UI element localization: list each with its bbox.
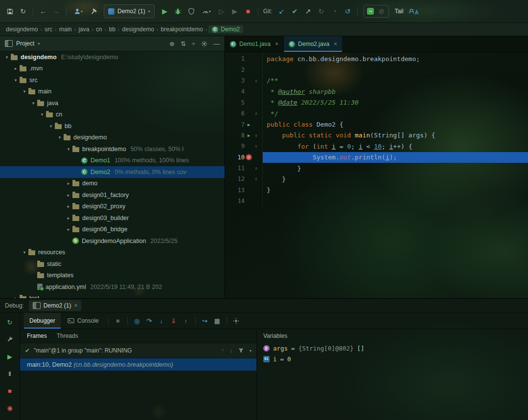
step-out-icon[interactable]: ↑ [181, 315, 191, 326]
tree-row[interactable]: ▾designdemoE:\study\designdemo [0, 51, 225, 63]
coverage-button[interactable] [185, 5, 197, 17]
tree-chevron-icon[interactable]: ▾ [65, 147, 72, 152]
breadcrumb-item[interactable]: designdemo [120, 25, 156, 33]
thread-selector[interactable]: ✔ "main"@1 in group "main": RUNNING ↑ ↓ … [20, 343, 256, 358]
editor-tab[interactable]: CDemo1.java× [225, 36, 284, 52]
tab-console[interactable]: Console [62, 313, 104, 329]
editor-tab[interactable]: CDemo2.java× [284, 36, 343, 52]
collapse-all-icon[interactable]: ÷ [192, 40, 195, 47]
line-number[interactable]: 10 [225, 154, 245, 161]
tree-chevron-icon[interactable]: ▸ [65, 216, 72, 221]
stop-process-icon[interactable]: ■ [4, 385, 15, 396]
forward-icon[interactable]: → [50, 5, 62, 17]
force-step-into-icon[interactable]: ⇓ [168, 315, 179, 326]
code-line[interactable]: 2 [225, 64, 528, 75]
tree-row[interactable]: ▾bb [0, 120, 225, 132]
tree-row[interactable]: application.yml2022/5/19 11:49, 21 B 202 [0, 281, 225, 293]
translate-icon[interactable] [407, 5, 421, 17]
code-line[interactable]: 1package cn.bb.designdemo.breakpointdemo… [225, 53, 528, 64]
hide-panel-icon[interactable]: — [213, 40, 220, 47]
code-line[interactable]: 14 [225, 196, 528, 206]
breadcrumb-item[interactable]: designdemo [4, 25, 40, 33]
wrench-settings-icon[interactable] [4, 334, 15, 345]
chevron-down-icon[interactable]: ▾ [250, 349, 252, 353]
fold-icon[interactable]: ∧ [253, 166, 259, 171]
git-push-icon[interactable]: ↗ [302, 5, 314, 17]
close-tab-icon[interactable]: × [275, 41, 278, 47]
close-tab-icon[interactable]: × [334, 41, 337, 47]
code-line[interactable]: 12∧ } [225, 174, 528, 184]
breakpoint-icon[interactable] [246, 155, 252, 160]
tail-monitor-icon[interactable]: ~ [367, 8, 374, 15]
breadcrumb-item[interactable]: java [76, 25, 91, 33]
tab-threads[interactable]: Threads [57, 332, 78, 339]
breadcrumb-item[interactable]: main [57, 25, 74, 33]
disable-icon[interactable]: ⊘ [377, 5, 386, 17]
tree-chevron-icon[interactable]: ▾ [38, 112, 46, 117]
tree-chevron-icon[interactable]: ▸ [65, 193, 72, 198]
tree-chevron-icon[interactable]: ▸ [12, 296, 20, 298]
run-gutter-icon[interactable]: ▶ [248, 122, 250, 127]
debugger-settings-icon[interactable] [231, 315, 242, 326]
step-over-icon[interactable]: ↷ [144, 315, 155, 326]
expand-all-icon[interactable]: ⇅ [181, 40, 186, 47]
tree-chevron-icon[interactable]: ▸ [12, 66, 20, 71]
breadcrumb-item[interactable]: src [43, 25, 54, 33]
code-line[interactable]: 4 * @author sharpbb [225, 86, 528, 97]
back-icon[interactable]: ← [37, 5, 49, 17]
tree-row[interactable]: CDemo20% methods, 0% lines cov [0, 166, 225, 178]
tree-row[interactable]: ▸design02_proxy [0, 201, 225, 213]
tree-row[interactable]: ▾main [0, 86, 225, 98]
breadcrumb-item[interactable]: breakpointdemo [159, 25, 205, 33]
tree-chevron-icon[interactable]: ▸ [65, 227, 72, 232]
view-breakpoints-icon[interactable]: ◉ [4, 402, 15, 413]
run-disabled-icon[interactable]: ▶ [229, 5, 241, 17]
git-rollback-icon[interactable]: ↺ [342, 5, 353, 17]
tree-row[interactable]: ▾cn [0, 109, 225, 121]
user-profile-icon[interactable]: ▾ [70, 5, 86, 17]
git-update-icon[interactable]: ↙ [275, 5, 287, 17]
code-line[interactable]: 6∧ */ [225, 108, 528, 119]
fold-icon[interactable]: ∨ [253, 78, 259, 83]
code-editor[interactable]: 1package cn.bb.designdemo.breakpointdemo… [225, 52, 528, 298]
tree-row[interactable]: static [0, 258, 225, 270]
tree-chevron-icon[interactable]: ▸ [65, 181, 72, 186]
tree-row[interactable]: ▸design03_builder [0, 212, 225, 224]
tree-chevron-icon[interactable]: ▾ [47, 124, 55, 129]
tree-row[interactable]: ▾resources [0, 247, 225, 259]
line-number[interactable]: 2 [225, 66, 245, 73]
line-number[interactable]: 14 [225, 198, 245, 204]
debug-session-tab[interactable]: Demo2 (1) × [29, 300, 82, 311]
next-frame-icon[interactable]: ↓ [230, 347, 232, 354]
run-configuration-select[interactable]: Demo2 (1) ▾ [104, 4, 155, 18]
fold-icon[interactable]: ∨ [253, 144, 259, 149]
filter-funnel-icon[interactable] [238, 348, 244, 354]
breadcrumb-current[interactable]: C Demo2 [208, 25, 243, 33]
line-number[interactable]: 6 [225, 110, 245, 117]
resume-program-icon[interactable]: ▶ [4, 351, 15, 362]
code-line[interactable]: 7▶public class Demo2 { [225, 119, 528, 130]
previous-frame-icon[interactable]: ↑ [221, 347, 224, 354]
tab-frames[interactable]: Frames [27, 332, 47, 339]
attach-process-icon[interactable]: ▷ [216, 5, 228, 17]
evaluate-expression-icon[interactable]: ▦ [212, 315, 223, 326]
git-shelf-icon[interactable]: ◔ [328, 5, 340, 17]
variable-row[interactable]: 01i = 0 [257, 354, 528, 364]
tree-row[interactable]: ▾breakpointdemo50% classes, 50% l [0, 143, 225, 155]
debug-button[interactable] [172, 5, 184, 17]
profiler-button[interactable]: ▾ [199, 5, 214, 17]
tree-row[interactable]: ▸design01_factory [0, 189, 225, 201]
git-history-icon[interactable]: ↻ [315, 5, 327, 17]
run-gutter-icon[interactable]: ▶ [248, 133, 250, 138]
stack-frame-row[interactable]: main:10, Demo2 (cn.bb.designdemo.breakpo… [20, 358, 256, 371]
line-number[interactable]: 13 [225, 187, 245, 194]
tree-row[interactable]: templates [0, 270, 225, 282]
fold-icon[interactable]: ∨ [253, 133, 259, 138]
layout-menu-icon[interactable]: ≡ [113, 315, 123, 326]
code-line[interactable]: 5 * @date 2022/5/25 11:30 [225, 97, 528, 108]
fold-icon[interactable]: ∧ [253, 111, 259, 116]
tab-debugger[interactable]: Debugger [24, 313, 61, 329]
line-number[interactable]: 1 [225, 55, 245, 62]
settings-gear-icon[interactable] [201, 41, 207, 47]
code-line[interactable]: 3∨/** [225, 75, 528, 86]
